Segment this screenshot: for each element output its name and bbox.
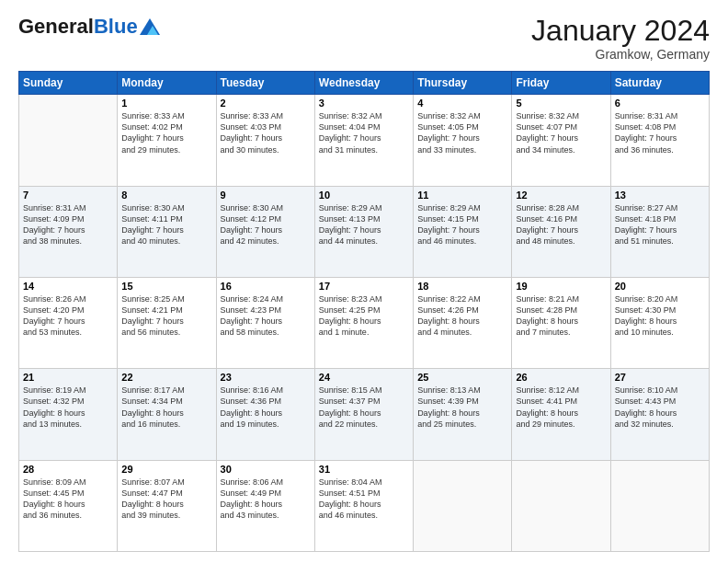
day-info: Sunrise: 8:04 AM Sunset: 4:51 PM Dayligh… [319, 477, 409, 522]
header-monday: Monday [118, 72, 216, 95]
day-info: Sunrise: 8:33 AM Sunset: 4:03 PM Dayligh… [221, 110, 311, 155]
day-info: Sunrise: 8:21 AM Sunset: 4:28 PM Dayligh… [516, 293, 606, 339]
day-info: Sunrise: 8:20 AM Sunset: 4:30 PM Dayligh… [615, 293, 705, 339]
day-number: 17 [319, 281, 409, 292]
day-number: 2 [221, 98, 311, 109]
day-number: 13 [615, 190, 705, 201]
table-cell: 12Sunrise: 8:28 AM Sunset: 4:16 PM Dayli… [512, 186, 610, 277]
header: GeneralBlue January 2024 Gramkow, German… [18, 15, 710, 62]
day-number: 7 [23, 190, 113, 201]
calendar-week-row: 21Sunrise: 8:19 AM Sunset: 4:32 PM Dayli… [19, 369, 710, 460]
header-sunday: Sunday [19, 72, 118, 95]
day-info: Sunrise: 8:29 AM Sunset: 4:13 PM Dayligh… [319, 202, 409, 247]
table-cell: 29Sunrise: 8:07 AM Sunset: 4:47 PM Dayli… [118, 460, 216, 551]
table-cell: 6Sunrise: 8:31 AM Sunset: 4:08 PM Daylig… [610, 95, 709, 186]
day-info: Sunrise: 8:22 AM Sunset: 4:26 PM Dayligh… [417, 293, 507, 339]
day-number: 29 [121, 464, 211, 475]
table-cell: 30Sunrise: 8:06 AM Sunset: 4:49 PM Dayli… [216, 460, 314, 551]
table-cell: 4Sunrise: 8:32 AM Sunset: 4:05 PM Daylig… [414, 95, 512, 186]
table-cell: 20Sunrise: 8:20 AM Sunset: 4:30 PM Dayli… [610, 277, 709, 368]
day-info: Sunrise: 8:32 AM Sunset: 4:07 PM Dayligh… [516, 110, 606, 155]
day-number: 21 [23, 372, 113, 383]
table-cell: 16Sunrise: 8:24 AM Sunset: 4:23 PM Dayli… [216, 277, 314, 368]
day-number: 24 [319, 372, 409, 383]
calendar-week-row: 7Sunrise: 8:31 AM Sunset: 4:09 PM Daylig… [19, 186, 710, 277]
logo-icon [140, 18, 160, 35]
day-number: 31 [319, 464, 409, 475]
table-cell [414, 460, 512, 551]
day-info: Sunrise: 8:15 AM Sunset: 4:37 PM Dayligh… [319, 385, 409, 430]
table-cell: 23Sunrise: 8:16 AM Sunset: 4:36 PM Dayli… [216, 369, 314, 460]
day-info: Sunrise: 8:12 AM Sunset: 4:41 PM Dayligh… [516, 385, 606, 430]
day-info: Sunrise: 8:29 AM Sunset: 4:15 PM Dayligh… [417, 202, 507, 247]
table-cell: 19Sunrise: 8:21 AM Sunset: 4:28 PM Dayli… [512, 277, 610, 368]
day-info: Sunrise: 8:31 AM Sunset: 4:08 PM Dayligh… [615, 110, 705, 155]
day-info: Sunrise: 8:06 AM Sunset: 4:49 PM Dayligh… [221, 477, 311, 522]
day-info: Sunrise: 8:16 AM Sunset: 4:36 PM Dayligh… [221, 385, 311, 430]
day-number: 3 [319, 98, 409, 109]
table-cell: 15Sunrise: 8:25 AM Sunset: 4:21 PM Dayli… [118, 277, 216, 368]
day-info: Sunrise: 8:23 AM Sunset: 4:25 PM Dayligh… [319, 293, 409, 339]
header-tuesday: Tuesday [216, 72, 314, 95]
day-number: 8 [121, 190, 211, 201]
day-number: 27 [615, 372, 705, 383]
day-info: Sunrise: 8:13 AM Sunset: 4:39 PM Dayligh… [417, 385, 507, 430]
table-cell: 10Sunrise: 8:29 AM Sunset: 4:13 PM Dayli… [314, 186, 413, 277]
month-title: January 2024 [531, 15, 710, 47]
table-cell [19, 95, 118, 186]
day-number: 26 [516, 372, 606, 383]
logo: GeneralBlue [18, 15, 160, 39]
location: Gramkow, Germany [531, 47, 710, 62]
table-cell: 9Sunrise: 8:30 AM Sunset: 4:12 PM Daylig… [216, 186, 314, 277]
table-cell: 7Sunrise: 8:31 AM Sunset: 4:09 PM Daylig… [19, 186, 118, 277]
day-number: 10 [319, 190, 409, 201]
day-number: 19 [516, 281, 606, 292]
table-cell [512, 460, 610, 551]
table-cell: 25Sunrise: 8:13 AM Sunset: 4:39 PM Dayli… [414, 369, 512, 460]
table-cell: 13Sunrise: 8:27 AM Sunset: 4:18 PM Dayli… [610, 186, 709, 277]
table-cell: 17Sunrise: 8:23 AM Sunset: 4:25 PM Dayli… [314, 277, 413, 368]
day-number: 23 [221, 372, 311, 383]
day-number: 5 [516, 98, 606, 109]
day-info: Sunrise: 8:25 AM Sunset: 4:21 PM Dayligh… [121, 293, 211, 339]
day-number: 9 [221, 190, 311, 201]
weekday-header-row: Sunday Monday Tuesday Wednesday Thursday… [19, 72, 710, 95]
day-number: 14 [23, 281, 113, 292]
day-number: 11 [417, 190, 507, 201]
calendar-week-row: 28Sunrise: 8:09 AM Sunset: 4:45 PM Dayli… [19, 460, 710, 551]
table-cell: 14Sunrise: 8:26 AM Sunset: 4:20 PM Dayli… [19, 277, 118, 368]
day-number: 18 [417, 281, 507, 292]
header-wednesday: Wednesday [314, 72, 413, 95]
table-cell [610, 460, 709, 551]
day-info: Sunrise: 8:07 AM Sunset: 4:47 PM Dayligh… [121, 477, 211, 522]
day-number: 28 [23, 464, 113, 475]
day-info: Sunrise: 8:32 AM Sunset: 4:04 PM Dayligh… [319, 110, 409, 155]
day-number: 25 [417, 372, 507, 383]
day-info: Sunrise: 8:24 AM Sunset: 4:23 PM Dayligh… [221, 293, 311, 339]
day-number: 15 [121, 281, 211, 292]
table-cell: 3Sunrise: 8:32 AM Sunset: 4:04 PM Daylig… [314, 95, 413, 186]
day-info: Sunrise: 8:31 AM Sunset: 4:09 PM Dayligh… [23, 202, 113, 247]
page: GeneralBlue January 2024 Gramkow, German… [0, 0, 728, 563]
day-info: Sunrise: 8:30 AM Sunset: 4:12 PM Dayligh… [221, 202, 311, 247]
day-info: Sunrise: 8:28 AM Sunset: 4:16 PM Dayligh… [516, 202, 606, 247]
table-cell: 28Sunrise: 8:09 AM Sunset: 4:45 PM Dayli… [19, 460, 118, 551]
table-cell: 31Sunrise: 8:04 AM Sunset: 4:51 PM Dayli… [314, 460, 413, 551]
day-info: Sunrise: 8:26 AM Sunset: 4:20 PM Dayligh… [23, 293, 113, 339]
title-block: January 2024 Gramkow, Germany [531, 15, 710, 62]
header-friday: Friday [512, 72, 610, 95]
day-info: Sunrise: 8:32 AM Sunset: 4:05 PM Dayligh… [417, 110, 507, 155]
calendar-table: Sunday Monday Tuesday Wednesday Thursday… [18, 71, 710, 552]
day-number: 20 [615, 281, 705, 292]
table-cell: 1Sunrise: 8:33 AM Sunset: 4:02 PM Daylig… [118, 95, 216, 186]
calendar-week-row: 14Sunrise: 8:26 AM Sunset: 4:20 PM Dayli… [19, 277, 710, 368]
day-number: 16 [221, 281, 311, 292]
day-info: Sunrise: 8:09 AM Sunset: 4:45 PM Dayligh… [23, 477, 113, 522]
table-cell: 22Sunrise: 8:17 AM Sunset: 4:34 PM Dayli… [118, 369, 216, 460]
table-cell: 18Sunrise: 8:22 AM Sunset: 4:26 PM Dayli… [414, 277, 512, 368]
table-cell: 27Sunrise: 8:10 AM Sunset: 4:43 PM Dayli… [610, 369, 709, 460]
day-info: Sunrise: 8:33 AM Sunset: 4:02 PM Dayligh… [121, 110, 211, 155]
day-info: Sunrise: 8:10 AM Sunset: 4:43 PM Dayligh… [615, 385, 705, 430]
table-cell: 24Sunrise: 8:15 AM Sunset: 4:37 PM Dayli… [314, 369, 413, 460]
day-info: Sunrise: 8:27 AM Sunset: 4:18 PM Dayligh… [615, 202, 705, 247]
